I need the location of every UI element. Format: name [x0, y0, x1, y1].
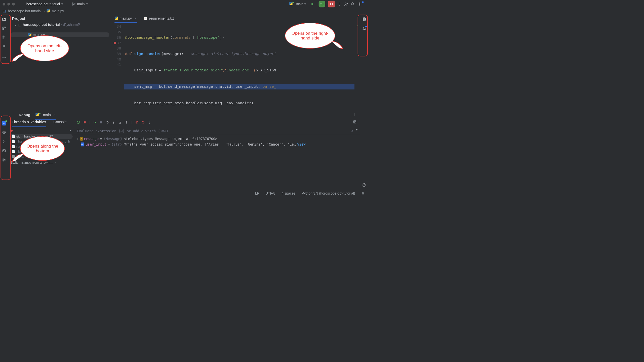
vcs-branch-dropdown[interactable]: main: [72, 2, 88, 6]
breadcrumb[interactable]: ▢ horoscope-bot-tutorial › main.py: [0, 8, 368, 14]
editor-tab-requirements[interactable]: 📋 requirements.txt: [143, 15, 174, 22]
titlebar: horoscope-bot-tutorial main main ⋮: [0, 0, 368, 8]
project-tool-icon[interactable]: [2, 17, 6, 21]
threads-variables-tab[interactable]: Threads & Variables: [12, 120, 46, 125]
zoom-window[interactable]: [12, 3, 15, 6]
line-separator[interactable]: LF: [255, 192, 259, 196]
close-tab-icon[interactable]: ×: [134, 17, 136, 21]
string-badge-icon: 01: [81, 143, 84, 146]
debug-header: Debug main × ⋮ —: [0, 109, 368, 118]
breakpoint-line[interactable]: 37: [112, 40, 124, 46]
python-icon: [47, 9, 50, 13]
more-actions-icon[interactable]: ⋮: [338, 2, 341, 6]
vcs-tool-icon[interactable]: [2, 35, 6, 39]
breadcrumb-root[interactable]: horoscope-bot-tutorial: [8, 9, 42, 13]
breakpoint-icon[interactable]: [114, 42, 116, 44]
text-file-icon: 📋: [143, 17, 148, 21]
tree-root[interactable]: ⌄ ▢ horoscope-bot-tutorial ~/PycharmP: [10, 22, 110, 27]
step-over-icon[interactable]: [106, 121, 109, 124]
svg-rect-9: [3, 28, 4, 29]
pause-icon[interactable]: [100, 121, 102, 124]
line-gutter[interactable]: 34 35 36 37 38 39 40 41: [112, 23, 124, 109]
tree-root-path: ~/PycharmP: [61, 23, 80, 27]
svg-point-6: [359, 4, 360, 5]
stop-button[interactable]: [328, 1, 335, 7]
problems-icon[interactable]: [363, 183, 366, 187]
python-icon: [35, 113, 39, 117]
close-icon[interactable]: ×: [54, 161, 56, 164]
terminal-tool-icon[interactable]: [2, 149, 6, 153]
branch-name: main: [77, 2, 85, 6]
svg-point-25: [114, 123, 114, 124]
notifications-tool-icon[interactable]: [362, 26, 367, 30]
close-tab-icon[interactable]: ×: [53, 113, 55, 117]
rerun-icon[interactable]: [77, 121, 80, 124]
project-name: horoscope-bot-tutorial: [26, 2, 60, 6]
svg-point-4: [345, 3, 346, 4]
status-bar: LF UTF-8 4 spaces Python 3.9 (horoscope-…: [0, 190, 368, 197]
debug-more-icon[interactable]: ⋮: [352, 112, 356, 117]
minimize-tool-icon[interactable]: —: [360, 112, 365, 117]
breadcrumb-file[interactable]: main.py: [52, 9, 64, 13]
search-icon[interactable]: [351, 2, 355, 6]
debug-tool-icon[interactable]: [2, 121, 6, 125]
svg-rect-16: [3, 150, 5, 152]
inspections-ok-icon[interactable]: [356, 24, 359, 27]
window-controls[interactable]: [3, 3, 15, 6]
play-icon: [311, 3, 314, 6]
chevron-right-icon[interactable]: ›: [77, 136, 79, 142]
svg-point-24: [107, 123, 108, 123]
step-out-icon[interactable]: [125, 121, 128, 124]
step-into-my-icon[interactable]: [118, 121, 122, 124]
lock-icon[interactable]: [361, 192, 365, 195]
settings-icon[interactable]: [357, 2, 361, 6]
variable-row[interactable]: 01 user_input = {str} "What's your zodia…: [77, 142, 357, 147]
add-watch-icon[interactable]: ⊕: [351, 129, 353, 133]
svg-point-28: [136, 122, 137, 123]
debug-run-tab[interactable]: main ×: [35, 111, 56, 118]
svg-rect-3: [331, 3, 333, 5]
variable-row[interactable]: › ≡ message = {Message} <telebot.types.M…: [77, 136, 357, 142]
python-icon: [115, 17, 118, 21]
layout-settings-icon[interactable]: [353, 120, 356, 124]
structure-tool-icon[interactable]: [2, 26, 6, 30]
svg-rect-20: [84, 121, 86, 123]
database-tool-icon[interactable]: [362, 17, 367, 21]
run-button[interactable]: [309, 1, 316, 7]
debug-toolbar-more-icon[interactable]: ⋮: [148, 120, 152, 124]
console-tab[interactable]: Console: [53, 120, 66, 125]
editor-tab-main[interactable]: main.py ×: [114, 15, 137, 22]
project-dropdown[interactable]: horoscope-bot-tutorial: [26, 2, 63, 6]
run-configuration-dropdown[interactable]: main: [289, 2, 306, 6]
stop-icon[interactable]: [83, 121, 86, 124]
view-link[interactable]: View: [297, 142, 306, 147]
code-with-me-icon[interactable]: [344, 2, 348, 6]
svg-rect-32: [362, 193, 364, 195]
services-tool-icon[interactable]: [2, 130, 6, 135]
python-interpreter[interactable]: Python 3.9 (horoscope-bot-tutorial): [302, 192, 355, 196]
minimize-window[interactable]: [7, 3, 10, 6]
run-tool-icon[interactable]: [2, 139, 6, 144]
chevron-down-icon: [69, 130, 71, 131]
more-tools-icon[interactable]: •••: [2, 56, 6, 60]
debug-subtabs: Threads & Variables Console | | ⋮: [8, 118, 360, 127]
frames-thread-selector[interactable]: Thread: [8, 127, 74, 134]
file-encoding[interactable]: UTF-8: [265, 192, 275, 196]
step-into-icon[interactable]: [112, 121, 115, 124]
debug-toolbar: | | ⋮: [77, 120, 152, 124]
view-breakpoints-icon[interactable]: [135, 121, 139, 124]
commit-tool-icon[interactable]: [2, 44, 6, 48]
resume-icon[interactable]: [93, 121, 97, 124]
mute-breakpoints-icon[interactable]: [142, 121, 145, 124]
rerun-button[interactable]: [319, 1, 325, 7]
chevron-down-icon[interactable]: [356, 129, 358, 130]
svg-point-14: [363, 18, 366, 19]
close-window[interactable]: [3, 3, 5, 6]
svg-rect-21: [94, 121, 94, 123]
git-tool-icon[interactable]: [2, 158, 6, 162]
editor-tab-label: requirements.txt: [149, 17, 174, 21]
svg-point-26: [126, 121, 127, 121]
svg-rect-30: [353, 121, 356, 123]
evaluate-expression-input[interactable]: Evaluate expression (⏎) or add a watch (…: [74, 127, 360, 135]
indent-setting[interactable]: 4 spaces: [281, 192, 295, 196]
